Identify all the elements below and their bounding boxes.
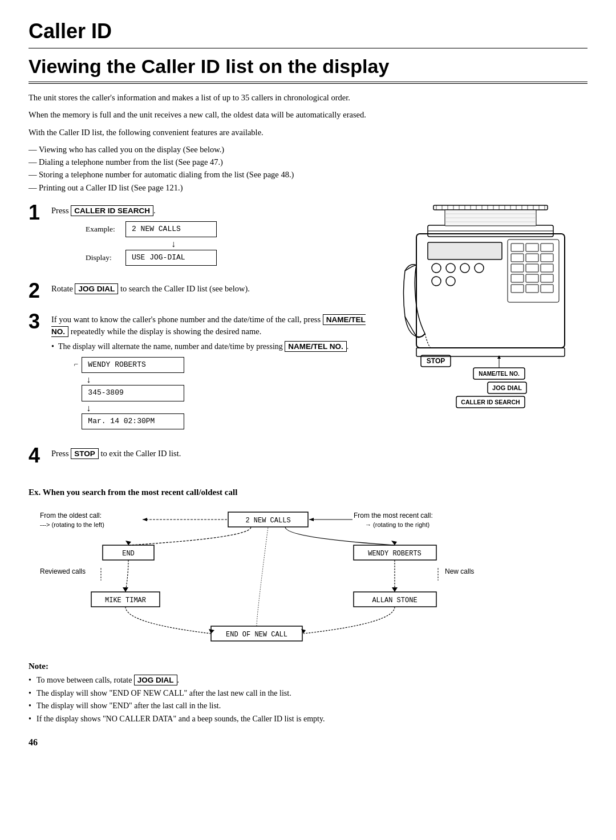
seq-boxes: WENDY ROBERTS ↓ 345-3809 ↓ Mar. 14 02:30… xyxy=(82,357,184,431)
example-row: Example: 2 NEW CALLS xyxy=(86,221,382,237)
display-label: Display: xyxy=(86,253,125,263)
section-title: Viewing the Caller ID list on the displa… xyxy=(29,53,587,84)
diagram-container: 2 NEW CALLS From the oldest call: ---> (… xyxy=(34,506,582,649)
svg-point-44 xyxy=(475,263,484,273)
seq-arrow-1: ↓ xyxy=(86,374,184,385)
step-number-2: 2 xyxy=(29,281,51,301)
step3-sequence: ⌐ WENDY ROBERTS ↓ 345-3809 ↓ Mar. 14 02:… xyxy=(74,357,382,431)
steps-and-illustration: 1 Press CALLER ID SEARCH. Example: 2 NEW… xyxy=(29,202,587,476)
svg-point-41 xyxy=(432,263,441,273)
svg-text:2 NEW CALLS: 2 NEW CALLS xyxy=(245,517,290,525)
step3-text-part1: If you want to know the caller's phone n… xyxy=(51,315,321,324)
step4-text: Press xyxy=(51,449,69,458)
note-item-4: If the display shows "NO CALLER DATA" an… xyxy=(29,713,587,725)
example-display: 2 NEW CALLS xyxy=(125,221,217,237)
step1-text: Press xyxy=(51,206,69,215)
svg-marker-57 xyxy=(497,355,501,359)
seq-box-1: WENDY ROBERTS xyxy=(82,357,184,373)
step3-text-part2: repeatedly while the display is showing … xyxy=(71,327,262,336)
step2-text: Rotate xyxy=(51,284,73,293)
svg-marker-69 xyxy=(309,518,314,521)
note-item-2: The display will show "END OF NEW CALL" … xyxy=(29,688,587,699)
svg-text:JOG DIAL: JOG DIAL xyxy=(492,384,522,391)
step-2: 2 Rotate JOG DIAL to search the Caller I… xyxy=(29,281,382,301)
step-1: 1 Press CALLER ID SEARCH. Example: 2 NEW… xyxy=(29,202,382,270)
svg-point-46 xyxy=(446,277,455,286)
name-tel-button-bullet[interactable]: NAME/TEL NO. xyxy=(285,341,347,352)
svg-text:END: END xyxy=(122,550,135,558)
svg-rect-27 xyxy=(526,244,538,251)
svg-point-45 xyxy=(432,277,441,286)
note-item-1: To move between calls, rotate JOG DIAL. xyxy=(29,675,587,686)
svg-rect-24 xyxy=(428,242,502,259)
svg-text:ALLAN  STONE: ALLAN STONE xyxy=(372,596,417,604)
step-3-content: If you want to know the caller's phone n… xyxy=(51,311,382,435)
step-2-content: Rotate JOG DIAL to search the Caller ID … xyxy=(51,281,382,298)
fax-illustration-area: STOP NAME/TEL NO. JOG DIAL CALLER ID SEA… xyxy=(394,202,587,476)
svg-marker-71 xyxy=(143,518,147,521)
step-number-3: 3 xyxy=(29,311,51,332)
note-section: Note: To move between calls, rotate JOG … xyxy=(29,660,587,725)
seq-container: ⌐ WENDY ROBERTS ↓ 345-3809 ↓ Mar. 14 02:… xyxy=(74,357,382,431)
stop-button-step4[interactable]: STOP xyxy=(71,448,99,459)
diagram-section: Ex. When you search from the most recent… xyxy=(29,486,587,649)
svg-rect-32 xyxy=(511,264,524,272)
svg-rect-35 xyxy=(511,274,524,282)
diagram-title: Ex. When you search from the most recent… xyxy=(29,486,587,498)
fax-machine-svg: STOP NAME/TEL NO. JOG DIAL CALLER ID SEA… xyxy=(399,202,582,442)
step2-rest: to search the Caller ID list (see below)… xyxy=(120,284,250,293)
page-header: Caller ID xyxy=(29,17,587,48)
example-label: Example: xyxy=(86,224,125,235)
note-item-3: The display will show "END" after the la… xyxy=(29,700,587,712)
svg-point-43 xyxy=(460,263,469,273)
svg-rect-38 xyxy=(511,285,524,293)
seq-box-3: Mar. 14 02:30PM xyxy=(82,413,184,429)
svg-rect-34 xyxy=(541,264,553,272)
arrow-down-1: ↓ xyxy=(171,240,382,249)
seq-arrow-2: ↓ xyxy=(86,403,184,413)
caller-id-search-button[interactable]: CALLER ID SEARCH xyxy=(71,205,153,216)
svg-rect-0 xyxy=(433,205,548,210)
step3-bullet: The display will alternate the name, num… xyxy=(51,341,382,352)
svg-rect-39 xyxy=(526,285,538,293)
svg-text:CALLER ID SEARCH: CALLER ID SEARCH xyxy=(461,399,520,405)
fax-svg-area: STOP NAME/TEL NO. JOG DIAL CALLER ID SEA… xyxy=(394,202,587,442)
svg-text:NAME/TEL NO.: NAME/TEL NO. xyxy=(479,371,520,377)
svg-marker-87 xyxy=(392,587,398,592)
feature-item-3: Storing a telephone number for automatic… xyxy=(29,169,587,180)
svg-text:END OF NEW CALL: END OF NEW CALL xyxy=(226,631,287,639)
intro-line3: With the Caller ID list, the following c… xyxy=(29,127,587,138)
svg-text:From the oldest call:: From the oldest call: xyxy=(40,512,102,520)
note-title: Note: xyxy=(29,660,587,672)
svg-marker-77 xyxy=(391,541,397,545)
step-4-content: Press STOP to exit the Caller ID list. xyxy=(51,445,382,463)
svg-rect-33 xyxy=(526,264,538,272)
seq-box-2: 345-3809 xyxy=(82,385,184,401)
jog-dial-button-step2[interactable]: JOG DIAL xyxy=(75,283,118,294)
feature-item-1: Viewing who has called you on the displa… xyxy=(29,144,587,155)
intro-line2: When the memory is full and the unit rec… xyxy=(29,109,587,120)
svg-rect-26 xyxy=(511,244,524,251)
feature-list: Viewing who has called you on the displa… xyxy=(29,144,587,193)
display-row: Display: USE JOG-DIAL xyxy=(86,250,382,266)
svg-point-42 xyxy=(446,263,455,273)
svg-text:→ (rotating to the right): → (rotating to the right) xyxy=(365,521,429,528)
svg-rect-40 xyxy=(541,285,553,293)
step4-rest: to exit the Caller ID list. xyxy=(100,449,181,458)
jog-dial-note[interactable]: JOG DIAL xyxy=(134,675,177,685)
svg-rect-36 xyxy=(526,274,538,282)
feature-item-2: Dialing a telephone number from the list… xyxy=(29,156,587,168)
intro-line1: The unit stores the caller's information… xyxy=(29,92,587,103)
step-3: 3 If you want to know the caller's phone… xyxy=(29,311,382,435)
svg-text:From the most recent call:: From the most recent call: xyxy=(354,512,433,520)
svg-marker-76 xyxy=(125,541,131,545)
svg-text:---> (rotating to the left): ---> (rotating to the left) xyxy=(40,521,104,528)
step-number-4: 4 xyxy=(29,445,51,466)
svg-text:New calls: New calls xyxy=(445,567,474,575)
seq-arrow-indicator: ⌐ xyxy=(74,359,78,370)
svg-rect-29 xyxy=(511,254,524,262)
step-4: 4 Press STOP to exit the Caller ID list. xyxy=(29,445,382,466)
svg-text:STOP: STOP xyxy=(427,357,445,365)
feature-item-4: Printing out a Caller ID list (See page … xyxy=(29,182,587,193)
svg-text:Reviewed calls: Reviewed calls xyxy=(40,567,86,575)
